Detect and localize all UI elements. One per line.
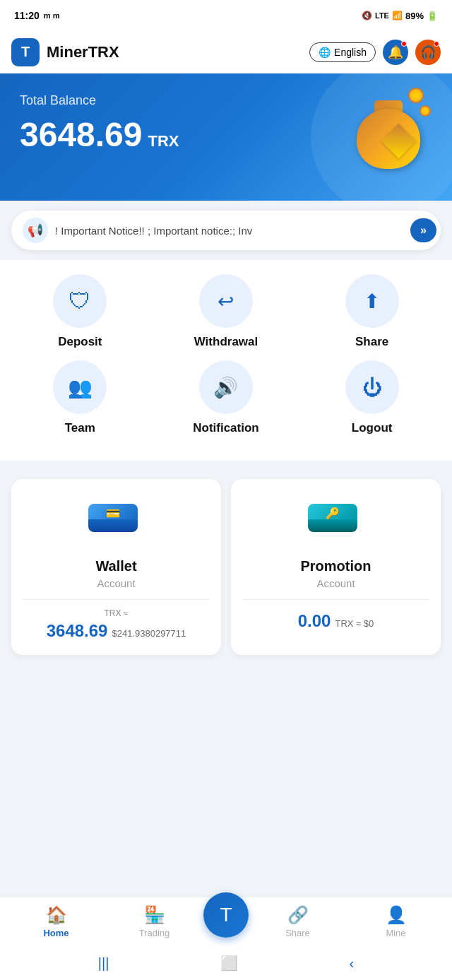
notification-label: Notification xyxy=(193,421,259,435)
status-time: 11:20 m m xyxy=(14,10,59,21)
wallet-platform: 💳 xyxy=(85,504,141,539)
deposit-label: Deposit xyxy=(58,335,102,349)
balance-value: 3648.69 xyxy=(20,115,143,154)
withdrawal-icon-circle: ↩ xyxy=(199,274,253,328)
time-display: 11:20 xyxy=(14,10,40,21)
user-avatar-button[interactable]: 🎧 xyxy=(415,40,441,65)
logout-icon-circle: ⏻ xyxy=(345,360,399,414)
trading-label: Trading xyxy=(139,928,170,938)
action-row-1: 🛡 Deposit ↩ Withdrawal ⬆ Share xyxy=(7,274,445,349)
network-icon: LTE xyxy=(375,11,389,20)
promo-subtitle: Account xyxy=(316,577,355,589)
withdrawal-button[interactable]: ↩ Withdrawal xyxy=(177,274,275,349)
cards-section: 💳 Wallet Account TRX ≈ 3648.69 $241.9380… xyxy=(0,468,452,666)
globe-icon: 🌐 xyxy=(319,47,331,58)
deposit-icon: 🛡 xyxy=(69,288,91,314)
bell-icon: 🔔 xyxy=(388,45,403,60)
wallet-title: Wallet xyxy=(95,558,136,574)
withdrawal-icon: ↩ xyxy=(218,290,234,313)
team-label: Team xyxy=(65,421,95,435)
android-menu-button[interactable]: ||| xyxy=(98,955,109,972)
battery-icon: 🔋 xyxy=(427,11,438,21)
center-logo-icon: T xyxy=(220,904,232,926)
promo-front xyxy=(308,519,357,532)
header-actions: 🌐 English 🔔 🎧 xyxy=(309,40,441,65)
mine-icon: 👤 xyxy=(386,905,407,925)
home-icon: 🏠 xyxy=(46,905,67,925)
nav-share[interactable]: 🔗 Share xyxy=(249,899,347,944)
android-back-button[interactable]: ‹ xyxy=(350,955,355,972)
user-dot xyxy=(434,41,439,47)
coin1 xyxy=(408,88,424,103)
bottom-nav: 🏠 Home 🏪 Trading T 🔗 Share 👤 Mine xyxy=(0,897,452,946)
share-top-button[interactable]: ⬆ Share xyxy=(323,274,422,349)
android-home-button[interactable]: ⬜ xyxy=(220,955,238,972)
wallet-card[interactable]: 💳 Wallet Account TRX ≈ 3648.69 $241.9380… xyxy=(11,479,221,655)
home-label: Home xyxy=(43,928,69,938)
notification-bell-button[interactable]: 🔔 xyxy=(383,40,408,65)
logout-icon: ⏻ xyxy=(362,376,382,399)
megaphone-icon: 📢 xyxy=(23,218,48,243)
status-bar: 11:20 m m 🔇 LTE 📶 89% 🔋 xyxy=(0,0,452,31)
notice-arrow-button[interactable]: » xyxy=(410,218,436,242)
status-right: 🔇 LTE 📶 89% 🔋 xyxy=(362,11,438,21)
android-nav-bar: ||| ⬜ ‹ xyxy=(0,946,452,980)
bell-dot xyxy=(401,41,407,47)
logout-label: Logout xyxy=(352,421,393,435)
app-logo: T xyxy=(11,38,40,66)
wallet-balance: 3648.69 xyxy=(47,621,108,641)
bag-body xyxy=(357,109,420,169)
wallet-usd: $241.9380297711 xyxy=(112,628,186,639)
nav-home[interactable]: 🏠 Home xyxy=(7,899,105,944)
balance-card: Total Balance 3648.69 TRX xyxy=(0,73,452,201)
promo-card-icon: 🔑 xyxy=(304,493,368,550)
wallet-front xyxy=(88,519,138,532)
deposit-button[interactable]: 🛡 Deposit xyxy=(30,274,129,349)
promo-inner-icon: 🔑 xyxy=(326,507,340,520)
promo-balance: 0.00 xyxy=(298,611,331,631)
mine-label: Mine xyxy=(386,928,405,938)
wallet-balance-label: TRX ≈ xyxy=(105,608,129,618)
share-label: Share xyxy=(285,928,310,938)
headset-icon: 🎧 xyxy=(420,45,436,60)
language-button[interactable]: 🌐 English xyxy=(309,42,376,62)
share-top-label: Share xyxy=(355,335,388,349)
notice-text: ! Important Notice!! ; Important notice:… xyxy=(55,225,403,237)
share-top-icon: ⬆ xyxy=(364,290,380,313)
balance-currency: TRX xyxy=(148,132,179,150)
team-icon: 👥 xyxy=(68,376,93,399)
promo-usd: TRX ≈ $0 xyxy=(335,618,374,629)
signal-icon: 🔇 xyxy=(362,11,372,20)
deposit-icon-circle: 🛡 xyxy=(53,274,107,328)
nav-center-button[interactable]: T xyxy=(203,892,249,938)
promotion-card[interactable]: 🔑 Promotion Account 0.00 TRX ≈ $0 xyxy=(231,479,441,655)
action-row-2: 👥 Team 🔊 Notification ⏻ Logout xyxy=(7,360,445,435)
share-icon-circle: ⬆ xyxy=(345,274,399,328)
wallet-subtitle: Account xyxy=(97,577,135,589)
nav-share-icon: 🔗 xyxy=(287,905,309,925)
notification-button[interactable]: 🔊 Notification xyxy=(177,360,275,435)
notice-bar: 📢 ! Important Notice!! ; Important notic… xyxy=(11,211,441,250)
logout-button[interactable]: ⏻ Logout xyxy=(323,360,422,435)
app-header: T MinerTRX 🌐 English 🔔 🎧 xyxy=(0,31,452,73)
notification-icon-circle: 🔊 xyxy=(199,360,253,414)
withdrawal-label: Withdrawal xyxy=(194,335,258,349)
team-button[interactable]: 👥 Team xyxy=(30,360,129,435)
trading-icon: 🏪 xyxy=(144,905,165,925)
promo-title: Promotion xyxy=(301,558,371,574)
lang-label: English xyxy=(334,47,367,58)
main-content: Total Balance 3648.69 TRX 📢 ! Important … xyxy=(0,73,452,751)
team-icon-circle: 👥 xyxy=(53,360,107,414)
app-name: MinerTRX xyxy=(47,43,302,61)
action-grid: 🛡 Deposit ↩ Withdrawal ⬆ Share 👥 xyxy=(0,260,452,461)
sim-icons: m m xyxy=(44,11,60,20)
coin-bag-illustration xyxy=(346,84,431,169)
nav-mine[interactable]: 👤 Mine xyxy=(347,899,445,944)
wifi-icon: 📶 xyxy=(392,11,403,20)
battery-label: 89% xyxy=(405,11,424,21)
nav-trading[interactable]: 🏪 Trading xyxy=(105,899,203,944)
wallet-inner-icon: 💳 xyxy=(106,507,120,520)
promo-platform: 🔑 xyxy=(304,504,361,539)
wallet-divider xyxy=(23,599,210,600)
promo-divider xyxy=(242,599,429,600)
